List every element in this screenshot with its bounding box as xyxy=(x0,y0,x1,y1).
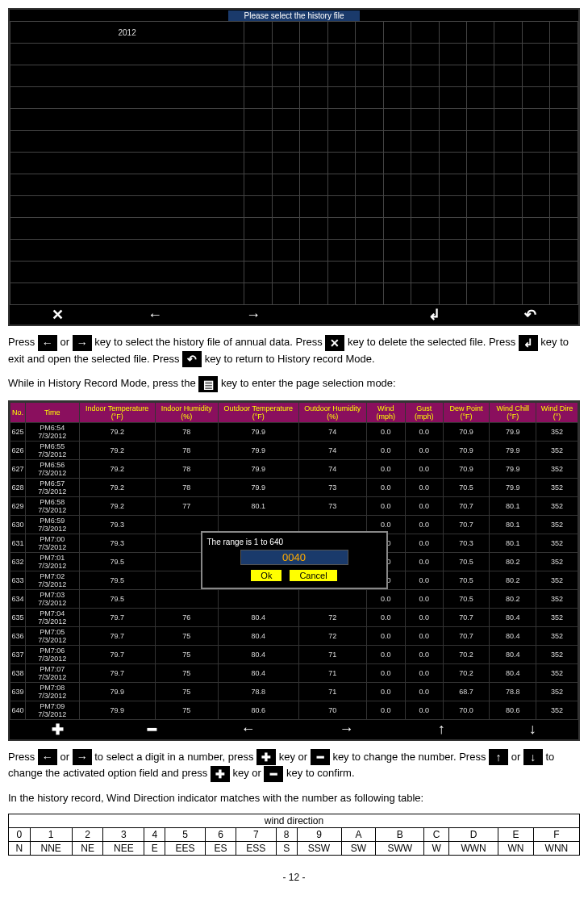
grid-cell xyxy=(244,240,272,262)
grid-cell xyxy=(411,196,439,218)
grid-cell xyxy=(466,262,494,283)
table-cell: 80.4 xyxy=(218,663,298,682)
arrow-right-icon[interactable]: → xyxy=(238,307,269,324)
table-cell: 79.7 xyxy=(79,645,155,663)
wind-dir-cell: EES xyxy=(165,842,206,856)
arrow-down-icon: ↓ xyxy=(523,749,543,765)
enter-icon: ↲ xyxy=(519,335,538,351)
table-cell: PM6:56 7/3/2012 xyxy=(26,459,80,478)
grid-cell xyxy=(411,240,439,262)
table-cell: 80.4 xyxy=(218,645,298,663)
grid-cell xyxy=(300,87,327,109)
column-header: Outdoor Humidity (%) xyxy=(298,402,366,422)
back-icon: ↶ xyxy=(182,351,202,367)
grid-cell xyxy=(327,174,355,196)
grid-cell xyxy=(466,65,494,87)
table-cell: 75 xyxy=(155,663,218,682)
arrow-right-icon[interactable]: → xyxy=(340,721,354,738)
grid-cell xyxy=(10,153,244,174)
grid-cell xyxy=(383,109,411,131)
ss1-grid: 2012 xyxy=(10,21,578,305)
grid-cell xyxy=(244,153,272,174)
grid-cell xyxy=(300,240,327,262)
table-cell: 80.4 xyxy=(490,663,536,682)
ok-button[interactable]: Ok xyxy=(250,569,282,582)
plus-icon[interactable]: ✚ xyxy=(52,721,64,739)
table-cell: 352 xyxy=(536,534,578,552)
column-header: Wind Chill (°F) xyxy=(490,402,536,422)
arrow-left-icon[interactable]: ← xyxy=(240,721,255,738)
table-cell: 75 xyxy=(155,682,218,701)
arrow-down-icon[interactable]: ↓ xyxy=(529,721,536,738)
enter-icon[interactable]: ↲ xyxy=(420,306,448,324)
grid-cell xyxy=(522,87,549,109)
table-cell: 70.5 xyxy=(443,571,490,589)
arrow-up-icon[interactable]: ↑ xyxy=(438,721,445,738)
column-header: Time xyxy=(26,402,80,422)
column-header: Dew Point (°F) xyxy=(443,402,490,422)
grid-cell xyxy=(494,109,522,131)
table-cell: 80.2 xyxy=(490,552,536,571)
wind-code-cell: 0 xyxy=(9,828,31,842)
table-row: 636PM7:05 7/3/201279.77580.4720.00.070.7… xyxy=(10,626,578,645)
instruction-para-2: While in History Record Mode, press the … xyxy=(8,375,580,392)
table-cell: 70.7 xyxy=(443,608,490,626)
table-cell: PM6:55 7/3/2012 xyxy=(26,441,80,459)
grid-cell xyxy=(272,65,299,87)
minus-icon[interactable]: ━ xyxy=(148,721,156,739)
grid-cell xyxy=(411,109,439,131)
grid-cell xyxy=(10,283,244,305)
grid-cell xyxy=(272,196,299,218)
grid-cell xyxy=(244,22,272,44)
wind-dir-cell: NEE xyxy=(103,842,144,856)
table-cell: 0.0 xyxy=(366,701,405,719)
table-cell: 70.7 xyxy=(443,496,490,515)
grid-cell xyxy=(356,109,383,131)
grid-cell xyxy=(411,22,439,44)
back-icon[interactable]: ↶ xyxy=(516,306,544,324)
table-row: 638PM7:07 7/3/201279.77580.4710.00.070.2… xyxy=(10,663,578,682)
table-cell: 80.4 xyxy=(218,626,298,645)
table-cell: 70.5 xyxy=(443,552,490,571)
grid-cell xyxy=(327,131,355,153)
grid-cell xyxy=(439,65,466,87)
grid-cell xyxy=(439,218,466,240)
grid-cell xyxy=(411,131,439,153)
grid-cell xyxy=(494,196,522,218)
grid-cell xyxy=(300,218,327,240)
instruction-para-4: In the history record, Wind Direction in… xyxy=(8,790,580,806)
cancel-button[interactable]: Cancel xyxy=(289,569,337,582)
close-icon[interactable]: ✕ xyxy=(44,306,72,324)
dialog-value-input[interactable]: 0040 xyxy=(240,550,348,565)
grid-cell xyxy=(244,196,272,218)
grid-cell xyxy=(244,109,272,131)
grid-cell xyxy=(466,240,494,262)
column-header: No. xyxy=(10,402,26,422)
table-cell: 352 xyxy=(536,422,578,441)
table-cell: 0.0 xyxy=(405,534,443,552)
table-cell: 79.5 xyxy=(79,571,155,589)
grid-cell xyxy=(439,283,466,305)
arrow-left-icon[interactable]: ← xyxy=(140,307,170,324)
table-cell: 70 xyxy=(298,701,366,719)
table-cell: 0.0 xyxy=(366,663,405,682)
wind-dir-cell: N xyxy=(9,842,31,856)
wind-code-cell: 2 xyxy=(72,828,103,842)
grid-cell xyxy=(327,218,355,240)
grid-cell xyxy=(327,240,355,262)
grid-cell xyxy=(300,174,327,196)
grid-cell xyxy=(522,109,549,131)
grid-cell xyxy=(272,44,299,65)
table-row: 628PM6:57 7/3/201279.27879.9730.00.070.5… xyxy=(10,478,578,496)
table-cell: 0.0 xyxy=(366,645,405,663)
grid-cell xyxy=(494,22,522,44)
table-cell: PM7:02 7/3/2012 xyxy=(26,571,80,589)
table-cell: 79.9 xyxy=(218,422,298,441)
grid-cell xyxy=(10,131,244,153)
table-cell: PM6:57 7/3/2012 xyxy=(26,478,80,496)
grid-cell xyxy=(272,218,299,240)
grid-cell xyxy=(466,153,494,174)
grid-cell xyxy=(300,131,327,153)
table-row: 629PM6:58 7/3/201279.27780.1730.00.070.7… xyxy=(10,496,578,515)
instruction-para-3: Press ← or → to select a digit in a numb… xyxy=(8,749,580,782)
